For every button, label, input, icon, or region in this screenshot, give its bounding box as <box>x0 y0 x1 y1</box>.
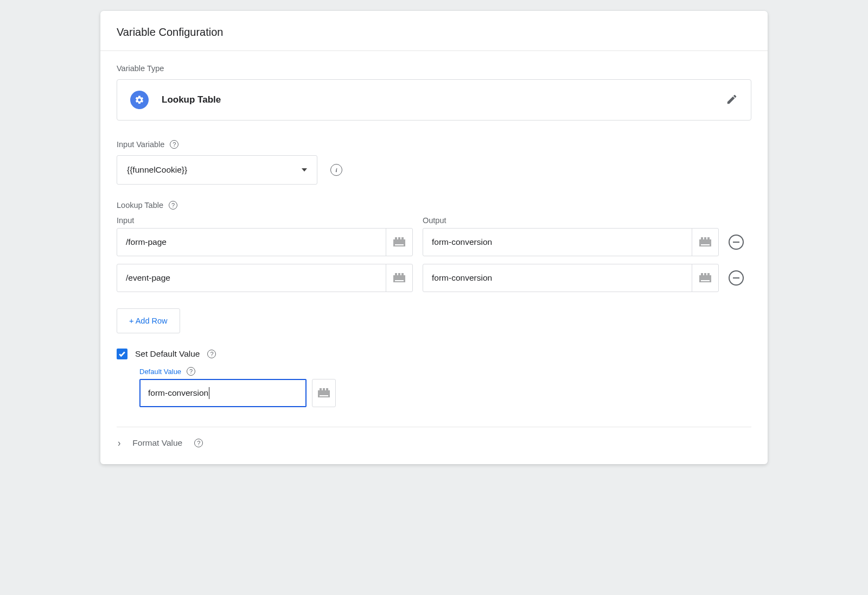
help-icon[interactable]: ? <box>170 140 178 149</box>
text-cursor <box>209 387 209 399</box>
table-row: /event-page form-conversion <box>117 264 751 292</box>
svg-rect-16 <box>704 273 706 275</box>
lookup-input-field[interactable]: /event-page <box>117 264 386 292</box>
lookup-table-label: Lookup Table ? <box>117 201 751 210</box>
variable-config-card: Variable Configuration Variable Type Loo… <box>100 11 768 464</box>
help-icon[interactable]: ? <box>194 439 203 447</box>
help-icon[interactable]: ? <box>169 201 177 210</box>
remove-row-icon[interactable] <box>729 270 744 286</box>
input-variable-label: Input Variable ? <box>117 140 751 149</box>
format-value-label: Format Value <box>132 438 182 448</box>
set-default-value-checkbox[interactable] <box>117 349 127 359</box>
svg-rect-13 <box>393 275 405 282</box>
input-variable-label-text: Input Variable <box>117 140 164 149</box>
svg-rect-24 <box>320 395 328 396</box>
page-title: Variable Configuration <box>117 26 751 39</box>
remove-row-icon[interactable] <box>729 235 744 250</box>
svg-rect-2 <box>401 237 404 239</box>
svg-rect-19 <box>701 280 710 281</box>
chevron-down-icon <box>302 168 307 172</box>
svg-rect-9 <box>701 244 710 245</box>
table-row: /form-page form-conversion <box>117 228 751 256</box>
svg-rect-4 <box>395 244 404 245</box>
variable-type-name: Lookup Table <box>162 94 713 105</box>
svg-rect-6 <box>704 237 706 239</box>
svg-rect-1 <box>398 237 400 239</box>
lookup-input-field[interactable]: /form-page <box>117 229 386 256</box>
info-icon[interactable]: i <box>330 164 342 176</box>
svg-rect-11 <box>398 273 400 275</box>
format-value-toggle[interactable]: › Format Value ? <box>117 427 751 459</box>
input-variable-value: {{funnelCookie}} <box>127 165 187 175</box>
help-icon[interactable]: ? <box>207 350 216 358</box>
insert-variable-icon[interactable] <box>386 229 412 256</box>
svg-rect-21 <box>323 388 325 390</box>
svg-rect-22 <box>326 388 328 390</box>
svg-rect-3 <box>393 239 405 246</box>
svg-rect-14 <box>395 280 404 281</box>
column-header-input: Input <box>117 216 413 228</box>
variable-type-label: Variable Type <box>117 64 751 73</box>
svg-rect-8 <box>699 239 711 246</box>
input-variable-select[interactable]: {{funnelCookie}} <box>117 155 317 185</box>
default-value-input[interactable]: form-conversion <box>139 379 307 407</box>
default-value-label: Default Value <box>139 368 181 376</box>
svg-rect-18 <box>699 275 711 282</box>
chevron-right-icon: › <box>118 437 120 449</box>
edit-icon[interactable] <box>726 93 738 107</box>
help-icon[interactable]: ? <box>187 367 195 376</box>
insert-variable-icon[interactable] <box>386 264 412 292</box>
svg-rect-17 <box>707 273 710 275</box>
svg-rect-20 <box>320 388 322 390</box>
svg-rect-12 <box>401 273 404 275</box>
svg-rect-0 <box>395 237 397 239</box>
svg-rect-23 <box>318 390 330 397</box>
default-value-text: form-conversion <box>148 388 208 398</box>
add-row-button[interactable]: + Add Row <box>117 308 180 333</box>
insert-variable-icon[interactable] <box>692 229 718 256</box>
card-header: Variable Configuration <box>100 11 768 51</box>
svg-rect-5 <box>701 237 703 239</box>
insert-variable-icon[interactable] <box>692 264 718 292</box>
svg-rect-7 <box>707 237 710 239</box>
insert-variable-icon[interactable] <box>312 379 336 407</box>
svg-rect-15 <box>701 273 703 275</box>
lookup-table-label-text: Lookup Table <box>117 201 163 210</box>
gear-icon <box>130 91 149 109</box>
column-header-output: Output <box>423 216 719 228</box>
set-default-value-label: Set Default Value <box>135 349 200 359</box>
lookup-output-field[interactable]: form-conversion <box>423 229 692 256</box>
variable-type-selector[interactable]: Lookup Table <box>117 79 751 121</box>
svg-rect-10 <box>395 273 397 275</box>
lookup-output-field[interactable]: form-conversion <box>423 264 692 292</box>
